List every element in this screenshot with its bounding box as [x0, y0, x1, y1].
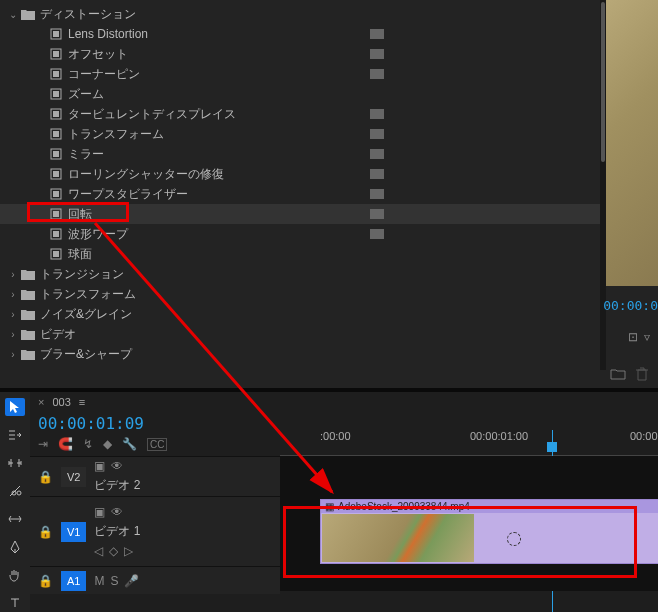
effects-panel: ⌄ ディストーション Lens Distortion オフセット コーナーピン …	[0, 0, 658, 388]
track-lane-v2[interactable]	[280, 457, 658, 496]
track-v1: 🔒 V1 ▣👁 ビデオ 1 ◁◇▷ ▦ AdobeStock_200933844…	[30, 496, 658, 566]
effects-folder[interactable]: ›ビデオ	[0, 324, 658, 344]
sequence-tab[interactable]: 003	[52, 396, 70, 408]
badge-icon	[370, 48, 386, 60]
panel-footer	[610, 367, 648, 384]
pen-tool[interactable]	[5, 538, 25, 556]
clip-item[interactable]: ▦ AdobeStock_200933844.mp4	[320, 499, 658, 564]
effects-folder[interactable]: ›トランスフォーム	[0, 284, 658, 304]
effect-item[interactable]: ミラー	[0, 144, 658, 164]
toggle-output-icon[interactable]: ▣	[94, 505, 105, 519]
track-header-v1[interactable]: 🔒 V1 ▣👁 ビデオ 1 ◁◇▷	[30, 497, 280, 566]
svg-rect-18	[53, 151, 59, 157]
svg-rect-15	[53, 131, 59, 137]
folder-label: ディストーション	[40, 6, 136, 23]
track-select-tool[interactable]	[5, 426, 25, 444]
eye-icon[interactable]: 👁	[111, 505, 123, 519]
fx-badge-icon: ▦	[325, 501, 334, 512]
eye-icon[interactable]: 👁	[111, 459, 123, 473]
track-header-v2[interactable]: 🔒 V2 ▣👁 ビデオ 2	[30, 457, 280, 496]
track-lane-a1[interactable]	[280, 567, 658, 591]
effect-item-rotation[interactable]: 回転	[0, 204, 658, 224]
lock-icon[interactable]: 🔒	[38, 525, 53, 539]
track-header-a1[interactable]: 🔒 A1 M S 🎤	[30, 567, 280, 594]
close-icon[interactable]: ×	[38, 396, 44, 408]
nudge-icon[interactable]: ⇥	[38, 437, 48, 451]
svg-rect-33	[53, 251, 59, 257]
effects-folder[interactable]: ›ブラー&シャープ	[0, 344, 658, 364]
track-lane-v1[interactable]: ▦ AdobeStock_200933844.mp4	[280, 497, 658, 566]
settings-icon[interactable]: 🔧	[122, 437, 137, 451]
sequence-area: × 003 ≡ 00:00:01:09 ⇥ 🧲 ↯ ◆ 🔧 CC :00:00 …	[30, 392, 658, 612]
effect-item[interactable]: タービュレントディスプレイス	[0, 104, 658, 124]
fit-icon[interactable]: ⊡	[628, 330, 638, 344]
clip-name: AdobeStock_200933844.mp4	[338, 501, 470, 512]
razor-tool[interactable]	[5, 482, 25, 500]
cc-icon[interactable]: CC	[147, 438, 167, 451]
marker-icon[interactable]: ▿	[644, 330, 650, 344]
effect-item[interactable]: ワープスタビライザー	[0, 184, 658, 204]
svg-rect-28	[370, 209, 384, 219]
track-name[interactable]: ビデオ 2	[94, 477, 140, 494]
preset-icon	[48, 148, 64, 160]
hand-tool[interactable]	[5, 566, 25, 584]
effect-item[interactable]: Lens Distortion	[0, 24, 658, 44]
trash-icon[interactable]	[636, 367, 648, 384]
program-timecode[interactable]: 00:00:0	[603, 298, 658, 313]
voice-over-icon[interactable]: 🎤	[124, 574, 139, 588]
track-tag[interactable]: V1	[61, 522, 86, 542]
badge-icon	[370, 148, 386, 160]
effect-item[interactable]: ズーム	[0, 84, 658, 104]
effects-folder[interactable]: ›ノイズ&グレイン	[0, 304, 658, 324]
folder-icon	[20, 309, 36, 320]
sequence-tabs: × 003 ≡	[30, 392, 658, 412]
selection-tool[interactable]	[5, 398, 25, 416]
ripple-edit-tool[interactable]	[5, 454, 25, 472]
svg-rect-2	[370, 29, 384, 39]
keyframe-next-icon[interactable]: ▷	[124, 544, 133, 558]
svg-rect-13	[370, 109, 384, 119]
svg-rect-1	[53, 31, 59, 37]
preset-icon	[48, 248, 64, 260]
lock-icon[interactable]: 🔒	[38, 470, 53, 484]
lock-icon[interactable]: 🔒	[38, 574, 53, 588]
linked-selection-icon[interactable]: ↯	[83, 437, 93, 451]
solo-button[interactable]: S	[110, 574, 118, 588]
effects-tree: ⌄ ディストーション Lens Distortion オフセット コーナーピン …	[0, 0, 658, 368]
slip-tool[interactable]	[5, 510, 25, 528]
toggle-output-icon[interactable]: ▣	[94, 459, 105, 473]
preset-icon	[48, 108, 64, 120]
keyframe-icon[interactable]: ◇	[109, 544, 118, 558]
type-tool[interactable]	[5, 594, 25, 612]
program-monitor[interactable]	[606, 0, 658, 286]
svg-rect-12	[53, 111, 59, 117]
svg-rect-10	[53, 91, 59, 97]
svg-rect-16	[370, 129, 384, 139]
effects-folder[interactable]: ›トランジション	[0, 264, 658, 284]
effect-item[interactable]: 球面	[0, 244, 658, 264]
svg-rect-22	[370, 169, 384, 179]
preset-icon	[48, 208, 64, 220]
playhead-handle[interactable]	[547, 442, 557, 452]
marker-icon[interactable]: ◆	[103, 437, 112, 451]
track-name[interactable]: ビデオ 1	[94, 523, 140, 540]
svg-rect-30	[53, 231, 59, 237]
tab-menu-icon[interactable]: ≡	[79, 396, 85, 408]
effect-item[interactable]: トランスフォーム	[0, 124, 658, 144]
svg-rect-27	[53, 211, 59, 217]
effect-item[interactable]: 波形ワープ	[0, 224, 658, 244]
mute-button[interactable]: M	[94, 574, 104, 588]
effects-folder-distortion[interactable]: ⌄ ディストーション	[0, 4, 658, 24]
effect-item[interactable]: ローリングシャッターの修復	[0, 164, 658, 184]
track-tag[interactable]: V2	[61, 467, 86, 487]
effect-item[interactable]: オフセット	[0, 44, 658, 64]
svg-rect-4	[53, 51, 59, 57]
snap-icon[interactable]: 🧲	[58, 437, 73, 451]
track-tag[interactable]: A1	[61, 571, 86, 591]
badge-icon	[370, 208, 386, 220]
time-ruler[interactable]: :00:00 00:00:01:00 00:00:02:00	[280, 430, 658, 456]
badge-icon	[370, 228, 386, 240]
keyframe-prev-icon[interactable]: ◁	[94, 544, 103, 558]
effect-item[interactable]: コーナーピン	[0, 64, 658, 84]
new-bin-icon[interactable]	[610, 367, 626, 384]
